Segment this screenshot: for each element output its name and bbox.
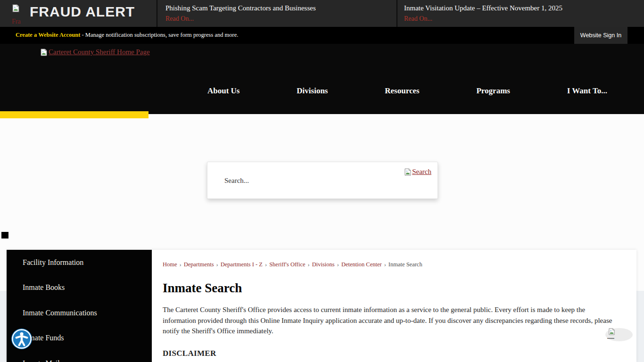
breadcrumb-separator: › [384, 261, 386, 268]
breadcrumb-divisions[interactable]: Divisions [312, 261, 335, 268]
nav-item-i-want-to[interactable]: I Want To... [567, 86, 607, 96]
nav-item-resources[interactable]: Resources [385, 86, 419, 96]
fraud-image-alt-text: Fra [12, 18, 21, 25]
nav-item-programs[interactable]: Programs [476, 86, 510, 96]
home-logo-alt-text: Carteret County Sheriff Home Page [49, 48, 150, 56]
create-account-link[interactable]: Create a Website Account [16, 32, 80, 38]
nav-item-divisions[interactable]: Divisions [297, 86, 328, 96]
search-box: Search... Search [207, 162, 438, 199]
page-title: Inmate Search [163, 281, 619, 296]
broken-image-icon [12, 4, 20, 12]
breadcrumb-departments[interactable]: Departments [184, 261, 214, 268]
intro-paragraph: The Carteret County Sheriff's Office pro… [163, 304, 619, 337]
alert-message: Phishing Scam Targeting Contractors and … [157, 0, 397, 27]
search-link-label: Search [412, 168, 431, 176]
accessibility-icon [11, 328, 33, 350]
breadcrumb: Home›Departments›Departments I - Z›Sheri… [163, 261, 619, 268]
nav-item-about-us[interactable]: About Us [207, 86, 240, 96]
fraud-alert-title: FRAUD ALERT [30, 4, 135, 20]
feedback-widget[interactable]: ▪▪▪▪▪▪ [604, 327, 635, 344]
alert-message-title: Inmate Visitation Update – Effective Nov… [404, 4, 644, 12]
main-navigation: About Us Divisions Resources Programs I … [207, 86, 607, 96]
disclaimer-heading: DISCLAIMER [163, 349, 619, 358]
account-bar-description: - Manage notification subscriptions, sav… [82, 32, 239, 38]
website-sign-in-button[interactable]: Website Sign In [574, 27, 627, 44]
accessibility-button[interactable] [11, 328, 33, 350]
sidebar-item-inmate-communications[interactable]: Inmate Communications [7, 300, 152, 326]
breadcrumb-separator: › [308, 261, 310, 268]
site-header: Carteret County Sheriff Home Page About … [0, 44, 644, 114]
fraud-alert-block[interactable]: Fra FRAUD ALERT [0, 0, 157, 27]
content-panel: Facility Information Inmate Books Inmate… [7, 250, 636, 362]
yellow-accent-bar [0, 111, 149, 118]
breadcrumb-sheriffs-office[interactable]: Sheriff's Office [269, 261, 305, 268]
sidebar-item-facility-information[interactable]: Facility Information [7, 250, 152, 275]
breadcrumb-separator: › [216, 261, 218, 268]
emergency-alert-bar: Fra FRAUD ALERT Phishing Scam Targeting … [0, 0, 644, 27]
read-on-link[interactable]: Read On... [404, 15, 432, 23]
decorative-black-chip [1, 232, 8, 239]
breadcrumb-current: Inmate Search [388, 261, 422, 268]
main-content: Home›Departments›Departments I - Z›Sheri… [152, 250, 636, 362]
breadcrumb-departments-i-z[interactable]: Departments I - Z [221, 261, 263, 268]
alert-message: Inmate Visitation Update – Effective Nov… [397, 0, 644, 27]
read-on-link[interactable]: Read On... [165, 15, 194, 23]
breadcrumb-detention-center[interactable]: Detention Center [341, 261, 382, 268]
breadcrumb-separator: › [337, 261, 339, 268]
feedback-alt-text: ▪▪▪▪▪▪ [607, 337, 614, 340]
search-submit-link[interactable]: Search [404, 168, 431, 176]
account-bar: Create a Website Account - Manage notifi… [0, 27, 644, 44]
breadcrumb-home[interactable]: Home [163, 261, 177, 268]
sidebar-item-inmate-mail[interactable]: Inmate Mail [7, 351, 152, 362]
account-bar-text: Create a Website Account - Manage notifi… [16, 32, 238, 39]
page: Fra FRAUD ALERT Phishing Scam Targeting … [0, 0, 644, 362]
broken-image-icon [608, 328, 615, 335]
breadcrumb-separator: › [180, 261, 182, 268]
alert-message-title: Phishing Scam Targeting Contractors and … [165, 4, 396, 12]
home-logo-link[interactable]: Carteret County Sheriff Home Page [40, 48, 150, 56]
broken-image-icon [40, 49, 48, 56]
search-input[interactable]: Search... [224, 177, 249, 185]
sidebar-item-inmate-books[interactable]: Inmate Books [7, 275, 152, 301]
broken-image-icon [404, 168, 412, 176]
breadcrumb-separator: › [265, 261, 267, 268]
